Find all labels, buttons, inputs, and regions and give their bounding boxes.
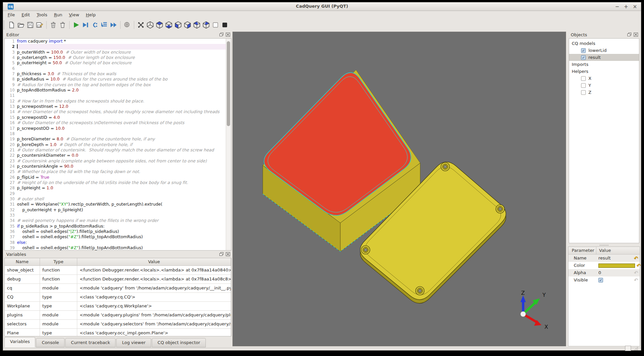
minimize-icon[interactable]: − — [615, 3, 619, 10]
code-line[interactable]: 27# Height of lip on the underside of th… — [5, 180, 226, 185]
step-list-icon[interactable] — [100, 20, 109, 30]
code-line[interactable]: 4p_outerLength = 150.0 # Outer length of… — [5, 55, 226, 60]
code-line[interactable]: 19p_boreDiameter = 8.0 # Diameter of the… — [5, 136, 226, 142]
continue-icon[interactable] — [109, 20, 118, 30]
tree-item-lowerlid[interactable]: ✓lowerLid — [569, 47, 639, 54]
code-line[interactable]: 30# outer shell — [5, 196, 226, 202]
code-line[interactable]: 34# weird geometry happens if we make th… — [5, 218, 226, 223]
checkbox[interactable]: ✓ — [581, 55, 586, 60]
close-panel-icon[interactable] — [634, 33, 638, 37]
code-line[interactable]: 28p_lipHeight = 1.0 — [5, 185, 226, 191]
menu-view[interactable]: View — [66, 11, 83, 19]
view-bottom-icon[interactable] — [164, 20, 173, 30]
view-left-icon[interactable] — [192, 20, 201, 30]
code-line[interactable]: 13p_screwpostInset = 12.0 — [5, 104, 226, 109]
code-line[interactable]: 31oshell = Workplane("XY").rect(p_outerW… — [5, 202, 226, 207]
code-line[interactable]: 17p_screwpostOD = 10.0 — [5, 126, 226, 131]
tree-item-y[interactable]: Y — [569, 82, 639, 89]
objects-tree[interactable]: CQ models✓lowerLid✓resultImportsHelpersX… — [569, 38, 639, 243]
clear-icon[interactable] — [49, 20, 58, 30]
checkbox[interactable]: ✓ — [581, 48, 586, 53]
table-row[interactable]: selectorsmodule<module 'cadquery.selecto… — [5, 320, 231, 329]
code-line[interactable]: 21# Outer diameter of countersink. Shoul… — [5, 147, 226, 153]
wireframe-mode-icon[interactable] — [211, 20, 220, 30]
open-file-icon[interactable] — [16, 20, 26, 30]
undo-icon[interactable]: ↶ — [632, 255, 640, 262]
code-line[interactable]: 20p_boreDepth = 1.0 # Depth of the count… — [5, 142, 226, 147]
column-header-value[interactable]: Value — [77, 258, 231, 266]
code-line[interactable]: 39 oshell = oshell.edges("#Z").fillet(p_… — [5, 245, 226, 250]
tree-group-helpers[interactable]: Helpers — [569, 68, 639, 75]
float-panel-icon[interactable] — [627, 33, 632, 37]
code-line[interactable]: 12# How far in from the edges the screwp… — [5, 98, 226, 104]
view-top-icon[interactable] — [155, 20, 164, 30]
close-panel-icon[interactable] — [226, 33, 230, 37]
code-line[interactable]: 29 — [5, 191, 226, 196]
checkbox[interactable] — [581, 90, 586, 95]
tab-console[interactable]: Console — [36, 338, 65, 347]
code-line[interactable]: 10p_topAndBottomRadius = 2.0 — [5, 88, 226, 93]
float-panel-icon[interactable] — [219, 252, 224, 256]
tab-variables[interactable]: Variables — [4, 337, 35, 347]
save-icon[interactable] — [26, 20, 35, 30]
code-line[interactable]: 16# Outer Diameter of the screwposts.\nD… — [5, 120, 226, 125]
code-line[interactable]: 22p_countersinkDiameter = 0.0 — [5, 153, 226, 158]
table-row[interactable]: pluginsmodule<module 'cadquery.plugins' … — [5, 311, 231, 320]
parameter-row-color[interactable]: Color↶ — [568, 262, 640, 269]
parameter-value[interactable]: 0 — [598, 269, 632, 276]
table-row[interactable]: Workplanetype<class 'cadquery.cq.Workpla… — [5, 302, 231, 311]
code-line[interactable]: 15p_screwpostID = 4.0 — [5, 115, 226, 120]
tab-cq-object-inspector[interactable]: CQ object inspector — [152, 338, 206, 347]
close-icon[interactable]: × — [633, 3, 637, 10]
code-line[interactable]: 33 — [5, 213, 226, 218]
code-line[interactable]: 23# Countersink angle (complete angle be… — [5, 158, 226, 164]
menu-help[interactable]: Help — [83, 11, 99, 19]
tree-group-imports[interactable]: Imports — [569, 61, 639, 68]
debug-icon[interactable] — [81, 20, 90, 30]
view-iso-icon[interactable] — [146, 20, 155, 30]
tab-current-traceback[interactable]: Current traceback — [65, 338, 116, 347]
editor-scrollbar[interactable] — [226, 39, 231, 250]
code-line[interactable]: 14# nner Diameter of the screwpost holes… — [5, 109, 226, 114]
parameter-row-name[interactable]: Nameresult↶ — [568, 255, 640, 262]
view-front-icon[interactable] — [173, 20, 183, 30]
parameter-value[interactable]: result — [598, 255, 632, 262]
code-line[interactable]: 38else: — [5, 240, 226, 245]
code-line[interactable]: 11 — [5, 93, 226, 98]
viewport-3d[interactable]: Z Y X — [232, 32, 566, 346]
tree-item-z[interactable]: Z — [569, 89, 639, 96]
step-icon[interactable] — [90, 20, 100, 30]
menu-tools[interactable]: Tools — [33, 11, 51, 19]
parameter-value[interactable] — [598, 264, 635, 268]
code-line[interactable]: 24p_countersinkAngle = 90.0 — [5, 164, 226, 169]
editor-scrollbar-thumb[interactable] — [227, 41, 230, 126]
checkbox[interactable]: ✓ — [598, 278, 603, 282]
parameter-row-alpha[interactable]: Alpha0↶ — [568, 269, 640, 276]
save-as-icon[interactable] — [35, 20, 44, 30]
view-right-icon[interactable] — [201, 20, 211, 30]
tab-log-viewer[interactable]: Log viewer — [116, 338, 151, 347]
maximize-icon[interactable]: + — [624, 3, 628, 10]
checkbox[interactable] — [581, 83, 586, 88]
code-line[interactable]: 3p_outerWidth = 100.0 # Outer width of b… — [5, 50, 226, 55]
shaded-mode-icon[interactable] — [220, 20, 229, 30]
table-row[interactable]: show_objectfunction<function Debugger.re… — [5, 266, 231, 275]
code-editor[interactable]: 1from cadquery import *23p_outerWidth = … — [5, 39, 226, 250]
toolbar-drag-handle[interactable] — [4, 21, 7, 29]
new-file-icon[interactable] — [7, 20, 16, 30]
code-line[interactable]: 2 — [5, 44, 226, 49]
table-row[interactable]: Planetype<class 'cadquery.occ_impl.geom.… — [5, 329, 231, 336]
column-header-type[interactable]: Type — [40, 258, 77, 266]
undo-icon[interactable]: ↶ — [635, 262, 642, 269]
resize-grip[interactable] — [634, 346, 638, 351]
variables-table[interactable]: show_objectfunction<function Debugger.re… — [5, 266, 231, 336]
menu-edit[interactable]: Edit — [18, 11, 33, 19]
tree-group-cq-models[interactable]: CQ models — [569, 40, 639, 47]
code-line[interactable]: 35if p_sideRadius > p_topAndBottomRadius… — [5, 224, 226, 229]
table-row[interactable]: CQtype<class 'cadquery.cq.CQ'> — [5, 293, 231, 302]
code-line[interactable]: 8p_sideRadius = 10.0 # Radius for the cu… — [5, 77, 226, 82]
code-line[interactable]: 6 — [5, 66, 226, 71]
title-bar[interactable]: cq CadQuery GUI (PyQT) − + × — [3, 2, 641, 11]
code-line[interactable]: 9# Radius for the curves on the top and … — [5, 82, 226, 88]
tree-item-result[interactable]: ✓result — [569, 54, 639, 61]
